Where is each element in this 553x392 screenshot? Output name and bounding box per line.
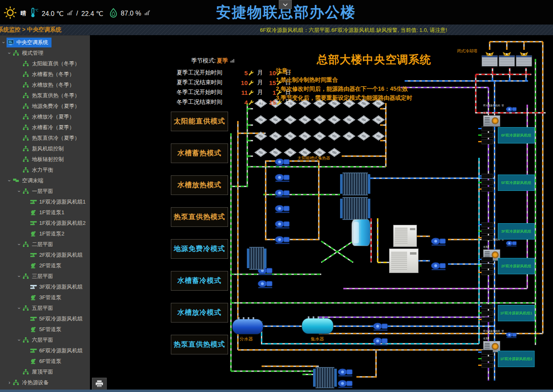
tree-chevron[interactable]: › [7, 380, 12, 385]
tree-item[interactable]: 水力平衡 [0, 165, 90, 175]
tree-item[interactable]: 2F双冷源新风机组 [0, 250, 90, 260]
tree-item[interactable]: 水槽蓄热（冬季） [0, 69, 90, 80]
wrench-icon[interactable] [249, 90, 254, 95]
schedule-day-value[interactable]: 1 [265, 89, 276, 96]
schedule-day-value[interactable]: 10 [265, 69, 276, 76]
mode-button[interactable]: 地源免费冷模式 [171, 239, 228, 259]
tree-item[interactable]: 6F双冷源新风机组 [0, 345, 90, 356]
tree-item-label: 3F管道泵 [39, 294, 61, 301]
tree-item-label: 二层平面 [32, 241, 53, 248]
tree-chevron[interactable]: › [16, 188, 22, 194]
tree-item[interactable]: › 中央空调系统 [0, 37, 90, 48]
tree-chevron[interactable]: › [16, 305, 22, 311]
tree-chevron[interactable]: › [7, 50, 12, 56]
tree-item[interactable]: 屋顶平面 [0, 367, 90, 377]
tree-item[interactable]: › 五层平面 [0, 303, 90, 314]
schedule-day-value[interactable]: 15 [265, 79, 276, 86]
tree-item-label: 模式管理 [22, 49, 43, 57]
plate-heat-exchanger[interactable] [249, 247, 264, 270]
tree-item[interactable]: 5F管道泵 [0, 324, 90, 335]
wrench-icon[interactable] [249, 70, 254, 76]
collapse-header-button[interactable] [279, 0, 292, 9]
wrench-icon[interactable] [249, 100, 254, 105]
trend-icon[interactable] [67, 10, 73, 17]
tree-item-label: 一层平面 [32, 188, 53, 195]
fan-coil-unit[interactable]: 双冷源新风机组管道泵 [483, 101, 506, 127]
schedule-month-value[interactable]: 4 [237, 99, 248, 106]
heat-pump-unit[interactable] [389, 249, 419, 273]
floor-unit-label[interactable]: 5F双冷源新风机组 [498, 175, 535, 191]
schedule-month-value[interactable]: 11 [237, 89, 248, 96]
tree-chevron[interactable]: › [16, 242, 22, 247]
pump-icon [30, 327, 38, 332]
tree-item[interactable]: 水槽蓄冷（夏季） [0, 122, 90, 133]
tree-item[interactable]: 1F双冷源新风机组1 [0, 197, 90, 207]
plate-heat-exchanger[interactable] [316, 367, 334, 388]
mode-button[interactable]: 太阳能直供模式 [171, 112, 228, 131]
trend-icon[interactable] [144, 10, 150, 17]
tree-item[interactable]: › 三层平面 [0, 271, 90, 282]
tree-item[interactable]: 3F管道泵 [0, 292, 90, 303]
tree-item[interactable]: › 二层平面 [0, 239, 90, 250]
floor-unit-label[interactable]: 3F双冷源新风机组 [498, 223, 535, 240]
tree-item[interactable]: › 空调末端 [0, 175, 90, 186]
plate-heat-exchanger[interactable] [343, 172, 368, 195]
tree-chevron[interactable]: › [16, 273, 22, 279]
mode-button[interactable]: 水槽蓄热模式 [171, 143, 228, 163]
mode-button[interactable]: 热泵直供热模式 [171, 207, 228, 227]
tree-item-label: 1F管道泵1 [39, 209, 64, 216]
tree-chevron[interactable]: › [16, 337, 22, 343]
tree-item[interactable]: 水槽放热（冬季） [0, 80, 90, 90]
tree-item-label: 5F管道泵 [39, 326, 61, 333]
mode-button[interactable]: 水槽放冷模式 [171, 303, 228, 323]
schedule-day-value[interactable]: 15 [265, 99, 276, 106]
floor-unit-label[interactable]: 6F双冷源新风机组 [498, 127, 535, 143]
tree-item-label: 六层平面 [32, 336, 53, 344]
trend-icon[interactable] [230, 58, 236, 64]
tree-item[interactable]: 太阳能直供（冬季） [0, 58, 90, 69]
wrench-icon[interactable] [249, 80, 254, 85]
tree-item[interactable]: 1F双冷源新风机组2 [0, 218, 90, 228]
pump-icon [30, 210, 38, 215]
mode-button[interactable]: 热泵直供热模式 [171, 335, 228, 354]
mode-button[interactable]: 水槽蓄冷模式 [171, 271, 228, 291]
tree-item[interactable]: 1F管道泵2 [0, 228, 90, 239]
tree-item[interactable]: 2F管道泵 [0, 260, 90, 271]
solar-collector-array [254, 99, 385, 157]
heat-pump-unit[interactable] [393, 225, 417, 247]
schedule-month-value[interactable]: 10 [237, 79, 248, 86]
tree-item[interactable]: 1F管道泵1 [0, 207, 90, 218]
tree-item[interactable]: 5F双冷源新风机组 [0, 314, 90, 324]
sitemap-icon [23, 135, 30, 141]
tree-item[interactable]: 水槽放冷（夏季） [0, 112, 90, 122]
plate-heat-exchanger[interactable] [343, 197, 368, 220]
distributor-label: 分水器 [240, 336, 253, 342]
canvas-title: 总部大楼中央空调系统 [311, 52, 437, 67]
water-distributor[interactable] [232, 319, 263, 334]
tree-item[interactable]: › 一层平面 [0, 186, 90, 197]
floor-unit-label[interactable]: 1F双冷源新风机组2 [498, 351, 535, 367]
tree-item[interactable]: › 冷热源设备 [0, 377, 90, 388]
tree-item[interactable]: 热泵直供冷（夏季） [0, 133, 90, 143]
floor-unit-label[interactable]: 1F双冷源新风机组1 [498, 305, 535, 321]
tree-item[interactable]: › 模式管理 [0, 48, 90, 58]
tree-item[interactable]: › 六层平面 [0, 335, 90, 345]
tree-chevron[interactable]: › [7, 178, 12, 184]
alarm-message[interactable]: 6F双冷源新风机组：六层平面.6F双冷源新风机组.缺风报警, 当前值: 1.0,… [245, 27, 462, 34]
floor-unit-label[interactable]: 2F双冷源新风机组 [498, 258, 535, 274]
tree-item-label: 太阳能直供（冬季） [32, 60, 80, 67]
tree-item[interactable]: 地板辐射控制 [0, 154, 90, 165]
tree-item[interactable]: 新风机组控制 [0, 143, 90, 154]
buffer-water-tank[interactable] [352, 219, 370, 246]
tree-item[interactable]: 热泵直供热（冬季） [0, 90, 90, 101]
tree-item[interactable]: 6F管道泵 [0, 356, 90, 367]
water-collector[interactable] [302, 318, 334, 334]
pump-icon [30, 358, 38, 364]
mode-button[interactable]: 水槽放热模式 [171, 175, 228, 195]
tree-chevron[interactable]: › [1, 40, 7, 45]
tree-item-label: 水槽蓄冷（夏季） [32, 124, 74, 131]
breadcrumb[interactable]: 系统监控 > 中央空调系统 [0, 26, 61, 34]
tree-item[interactable]: 3F双冷源新风机组 [0, 282, 90, 292]
tree-item[interactable]: 地源免费冷（夏季） [0, 101, 90, 112]
schedule-month-value[interactable]: 5 [237, 69, 248, 76]
